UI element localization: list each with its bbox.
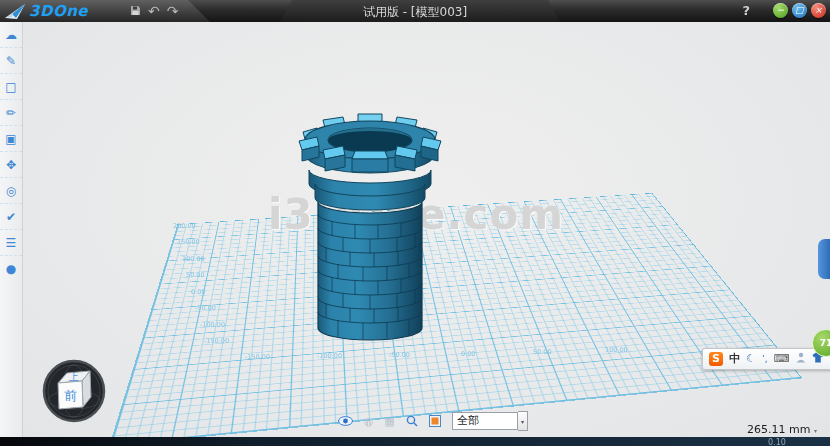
ime-user-button[interactable] <box>796 352 806 366</box>
close-icon: × <box>815 6 823 15</box>
sidebar-item-render-material[interactable]: ● <box>0 256 22 281</box>
sidebar-item-solid-primitives[interactable]: ☁ <box>0 22 22 48</box>
sketch-edit-icon: ✏ <box>6 106 16 120</box>
move-transform-icon: ✥ <box>6 158 16 172</box>
view-cube-top-label: 上 <box>68 371 79 382</box>
component-icon: ▦ <box>385 415 395 428</box>
component-button[interactable]: ▦ <box>385 415 395 428</box>
filter-value: 全部 <box>452 412 518 430</box>
eye-icon <box>338 416 353 426</box>
window-controls: − □ × <box>773 3 826 18</box>
display-toolbar: ◍ ▦ 全部 ▾ <box>338 411 528 431</box>
grid-label: -50.00 <box>195 304 216 312</box>
titlebar: 3DOne ↶ ↷ 试用版 - [模型003] ? − □ × <box>0 0 830 22</box>
grid-label: 200.00 <box>173 222 196 230</box>
close-button[interactable]: × <box>811 3 826 18</box>
sidebar-item-assembly[interactable]: ◎ <box>0 178 22 204</box>
solid-primitives-icon: ☁ <box>5 28 17 42</box>
grid-label: -50.00 <box>389 351 410 359</box>
grid-label: 0.00 <box>191 288 205 296</box>
ime-punctuation[interactable]: ’, <box>762 353 768 365</box>
measurement-value: 265.11 mm <box>747 423 810 436</box>
clipped-status-value: 0.10 <box>768 438 786 446</box>
sogou-logo[interactable]: S <box>709 352 723 366</box>
sidebar-item-list-manager[interactable]: ☰ <box>0 230 22 256</box>
grid-label: -150.00 <box>204 337 229 345</box>
sketch-icon: ✎ <box>6 54 16 68</box>
render-material-icon: ● <box>6 262 16 276</box>
magnifier-icon <box>406 415 418 427</box>
history-icon: ◍ <box>364 415 374 428</box>
grid-label: 50.00 <box>533 348 552 356</box>
grid-label: 100.00 <box>182 255 205 263</box>
tower-body <box>318 202 422 340</box>
filter-dropdown[interactable]: 全部 ▾ <box>452 411 528 431</box>
app-window: 3DOne ↶ ↷ 试用版 - [模型003] ? − □ × ☁ ✎ □ ✏ <box>0 0 830 446</box>
document-title: 试用版 - [模型003] <box>0 4 830 21</box>
grid-label: 150.00 <box>177 238 200 246</box>
sidebar-item-sketch[interactable]: ✎ <box>0 48 22 74</box>
grid-label: -100.00 <box>200 321 225 329</box>
auto-check-icon: ✔ <box>6 210 16 224</box>
filter-dropdown-arrow: ▾ <box>518 411 528 431</box>
assembly-icon: ◎ <box>6 184 16 198</box>
measurement-selector[interactable]: 265.11 mm ▾ <box>747 423 817 436</box>
bottom-edge-strip <box>0 437 830 446</box>
ime-night-mode[interactable]: ☾ <box>746 353 756 365</box>
minimize-button[interactable]: − <box>773 3 788 18</box>
view-cube[interactable]: 上 前 <box>41 358 107 424</box>
material-button[interactable] <box>429 415 441 427</box>
grid-label: 50.00 <box>186 271 205 279</box>
special-features-icon: ▣ <box>5 132 16 146</box>
restore-icon: □ <box>795 6 804 15</box>
measurement-dropdown-icon: ▾ <box>814 427 817 434</box>
grid-label: 100.00 <box>605 346 628 354</box>
grid-label: 0.00 <box>461 350 475 358</box>
view-cube-front-label: 前 <box>64 388 77 403</box>
viewport-canvas[interactable]: 200.00 150.00 100.00 50.00 0.00 -50.00 -… <box>22 22 830 437</box>
list-manager-icon: ☰ <box>6 236 17 250</box>
person-icon <box>796 352 806 363</box>
restore-button[interactable]: □ <box>792 3 807 18</box>
ime-soft-keyboard[interactable]: ⌨ <box>774 353 790 365</box>
grid-label: -100.00 <box>317 352 342 360</box>
sidebar-item-special-features[interactable]: ▣ <box>0 126 22 152</box>
show-hide-button[interactable] <box>338 416 353 426</box>
sidebar-item-move-transform[interactable]: ✥ <box>0 152 22 178</box>
search-button[interactable] <box>406 415 418 427</box>
history-button[interactable]: ◍ <box>364 415 374 428</box>
help-button[interactable]: ? <box>742 3 750 18</box>
sidebar-item-sketch-edit[interactable]: ✏ <box>0 100 22 126</box>
sidebar-item-surface[interactable]: □ <box>0 74 22 100</box>
tower-model[interactable] <box>295 104 445 349</box>
minimize-icon: − <box>777 6 785 15</box>
grid-label: -150.00 <box>245 353 270 361</box>
sogou-ime-bar: S 中 ☾ ’, ⌨ <box>702 348 830 370</box>
tool-sidebar: ☁ ✎ □ ✏ ▣ ✥ ◎ ✔ ☰ ● <box>0 22 23 437</box>
sidebar-item-auto-check[interactable]: ✔ <box>0 204 22 230</box>
ime-cn-en-toggle[interactable]: 中 <box>729 353 740 365</box>
surface-icon: □ <box>5 80 16 94</box>
material-swatch-icon <box>429 415 441 427</box>
slide-panel-handle[interactable] <box>818 239 830 279</box>
